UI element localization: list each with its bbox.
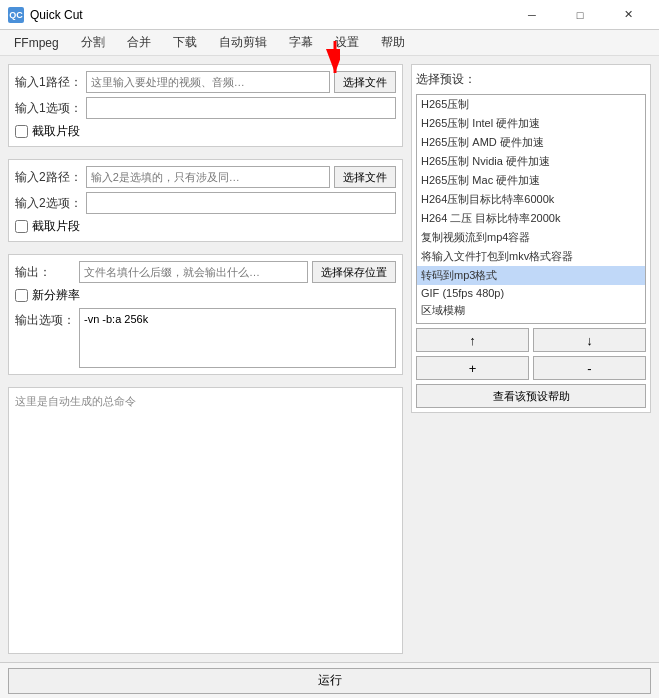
input1-path-row: 输入1路径： 选择文件 xyxy=(15,71,396,93)
app-title: Quick Cut xyxy=(30,8,83,22)
preset-help-button[interactable]: 查看该预设帮助 xyxy=(416,384,646,408)
input1-options-row: 输入1选项： xyxy=(15,97,396,119)
list-item[interactable]: H265压制 xyxy=(417,95,645,114)
list-item[interactable]: H264压制目标比特率6000k xyxy=(417,190,645,209)
menu-item-分割[interactable]: 分割 xyxy=(71,32,115,53)
bottom-bar: 运行 xyxy=(0,662,659,698)
output-path-row: 输出： 选择保存位置 xyxy=(15,261,396,283)
input1-options-input[interactable] xyxy=(86,97,396,119)
input2-options-label: 输入2选项： xyxy=(15,195,82,212)
title-bar: QC Quick Cut ─ □ ✕ xyxy=(0,0,659,30)
preset-up-button[interactable]: ↑ xyxy=(416,328,529,352)
input2-clip-row: 截取片段 xyxy=(15,218,396,235)
input1-section: 输入1路径： 选择文件 输入1选项： xyxy=(8,64,403,147)
close-button[interactable]: ✕ xyxy=(605,5,651,25)
output-resolution-row: 新分辨率 xyxy=(15,287,396,304)
input2-path-input[interactable] xyxy=(86,166,330,188)
preset-buttons: ↑ ↓ + - 查看该预设帮助 xyxy=(416,328,646,408)
menu-item-设置[interactable]: 设置 xyxy=(325,32,369,53)
list-item[interactable]: H264 二压 目标比特率2000k xyxy=(417,209,645,228)
output-resolution-checkbox[interactable] xyxy=(15,289,28,302)
input1-path-label: 输入1路径： xyxy=(15,74,82,91)
right-panel: 选择预设： H265压制H265压制 Intel 硬件加速H265压制 AMD … xyxy=(411,64,651,654)
input1-clip-checkbox[interactable] xyxy=(15,125,28,138)
list-item[interactable]: H265压制 Mac 硬件加速 xyxy=(417,171,645,190)
input2-path-label: 输入2路径： xyxy=(15,169,82,186)
input1-select-button[interactable]: 选择文件 xyxy=(334,71,396,93)
list-item[interactable]: H265压制 Nvidia 硬件加速 xyxy=(417,152,645,171)
list-item[interactable]: GIF (15fps 480p) xyxy=(417,285,645,301)
list-item[interactable]: H265压制 AMD 硬件加速 xyxy=(417,133,645,152)
preset-add-button[interactable]: + xyxy=(416,356,529,380)
output-resolution-label: 新分辨率 xyxy=(32,287,80,304)
input1-clip-row: 截取片段 xyxy=(15,123,396,140)
menu-item-自动剪辑[interactable]: 自动剪辑 xyxy=(209,32,277,53)
input2-clip-checkbox[interactable] xyxy=(15,220,28,233)
input2-path-row: 输入2路径： 选择文件 xyxy=(15,166,396,188)
menu-item-FFmpeg[interactable]: FFmpeg xyxy=(4,34,69,52)
output-options-row: 输出选项： xyxy=(15,308,396,368)
preset-add-remove-row: + - xyxy=(416,356,646,380)
left-panel: 输入1路径： 选择文件 输入1选项： xyxy=(8,64,403,654)
input1-path-input[interactable] xyxy=(86,71,330,93)
preset-list[interactable]: H265压制H265压制 Intel 硬件加速H265压制 AMD 硬件加速H2… xyxy=(416,94,646,324)
preset-nav-row: ↑ ↓ xyxy=(416,328,646,352)
minimize-button[interactable]: ─ xyxy=(509,5,555,25)
input2-options-input[interactable] xyxy=(86,192,396,214)
title-bar-left: QC Quick Cut xyxy=(8,7,83,23)
list-item[interactable]: 区域模糊 xyxy=(417,301,645,320)
maximize-button[interactable]: □ xyxy=(557,5,603,25)
input1-options-label: 输入1选项： xyxy=(15,100,82,117)
app-icon: QC xyxy=(8,7,24,23)
menu-item-下载[interactable]: 下载 xyxy=(163,32,207,53)
output-options-textarea[interactable] xyxy=(79,308,396,368)
output-section: 输出： 选择保存位置 新分辨率 输出选项： xyxy=(8,254,403,375)
list-item[interactable]: 视频画合并 xyxy=(417,320,645,324)
input2-clip-label: 截取片段 xyxy=(32,218,80,235)
input2-section: 输入2路径： 选择文件 输入2选项： 截取片段 xyxy=(8,159,403,242)
output-path-input[interactable] xyxy=(79,261,308,283)
menu-bar: FFmpeg分割合并下载自动剪辑字幕设置帮助 xyxy=(0,30,659,56)
list-item[interactable]: 将输入文件打包到mkv格式容器 xyxy=(417,247,645,266)
run-button[interactable]: 运行 xyxy=(8,668,651,694)
command-placeholder: 这里是自动生成的总命令 xyxy=(15,395,136,407)
preset-down-button[interactable]: ↓ xyxy=(533,328,646,352)
output-select-button[interactable]: 选择保存位置 xyxy=(312,261,396,283)
input1-clip-label: 截取片段 xyxy=(32,123,80,140)
input2-options-row: 输入2选项： xyxy=(15,192,396,214)
menu-item-帮助[interactable]: 帮助 xyxy=(371,32,415,53)
main-content: 输入1路径： 选择文件 输入1选项： xyxy=(0,56,659,662)
input2-select-button[interactable]: 选择文件 xyxy=(334,166,396,188)
menu-item-字幕[interactable]: 字幕 xyxy=(279,32,323,53)
menu-item-合并[interactable]: 合并 xyxy=(117,32,161,53)
list-item[interactable]: 转码到mp3格式 xyxy=(417,266,645,285)
output-path-label: 输出： xyxy=(15,264,75,281)
command-area: 这里是自动生成的总命令 xyxy=(8,387,403,654)
preset-section: 选择预设： H265压制H265压制 Intel 硬件加速H265压制 AMD … xyxy=(411,64,651,413)
output-options-label: 输出选项： xyxy=(15,308,75,368)
title-controls: ─ □ ✕ xyxy=(509,5,651,25)
list-item[interactable]: 复制视频流到mp4容器 xyxy=(417,228,645,247)
list-item[interactable]: H265压制 Intel 硬件加速 xyxy=(417,114,645,133)
preset-label: 选择预设： xyxy=(416,69,646,90)
preset-remove-button[interactable]: - xyxy=(533,356,646,380)
